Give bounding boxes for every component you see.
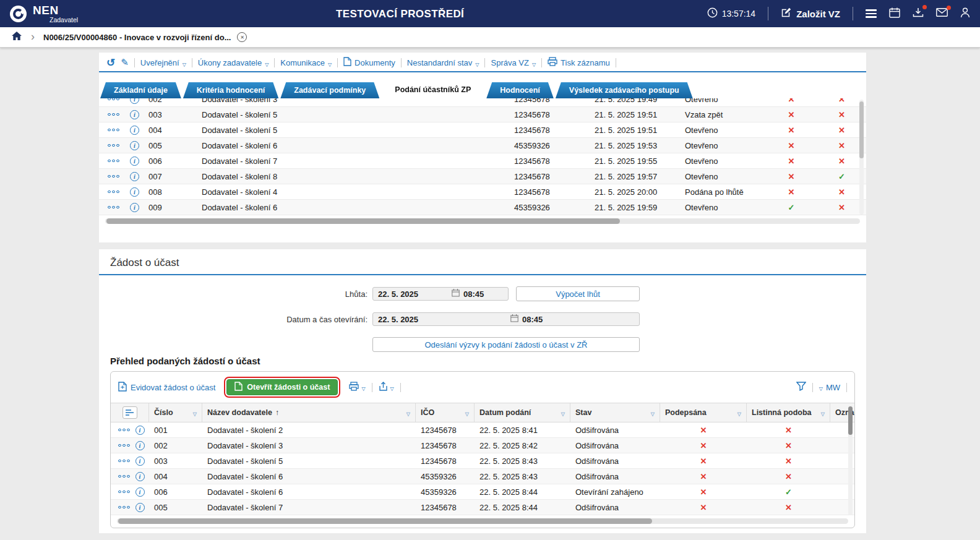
tab[interactable]: Zadávací podmínky [280, 82, 379, 98]
row-actions-icon[interactable] [108, 129, 130, 132]
header-podepsana[interactable]: Podepsána [660, 403, 747, 422]
oteviranie-time-value[interactable]: 08:45 [522, 315, 543, 324]
submissions-table-row[interactable]: 004 Dodavatel - školení 5 12345678 21. 5… [99, 122, 866, 138]
send-vyzva-button[interactable]: Odeslání výzvy k podání žádosti o účast … [372, 337, 640, 352]
info-icon[interactable] [135, 456, 145, 466]
row-actions-icon[interactable] [118, 475, 130, 478]
history-icon[interactable] [106, 56, 115, 69]
header-datum[interactable]: Datum podání [475, 403, 570, 422]
row-actions-icon[interactable] [108, 206, 130, 209]
filter-caret-icon[interactable] [821, 408, 825, 418]
lhuta-datetime-field[interactable]: 22. 5. 2025 08:45 [372, 287, 509, 301]
oteviranie-date-value[interactable]: 22. 5. 2025 [373, 315, 418, 324]
toolbar-menu-item[interactable]: Uveřejnění [140, 58, 186, 68]
lhuta-time-value[interactable]: 08:45 [463, 289, 484, 299]
requests-table-row[interactable]: 001 Dodavatel - školení 2 12345678 22. 5… [111, 422, 854, 438]
print-button[interactable] [349, 382, 365, 393]
row-actions-icon[interactable] [118, 491, 130, 494]
calendar-button[interactable] [889, 7, 900, 20]
toolbar-menu-item[interactable]: Tisk záznamu [548, 57, 610, 68]
lhuta-date-value[interactable]: 22. 5. 2025 [373, 289, 418, 299]
header-stav[interactable]: Stav [570, 403, 660, 422]
oteviranie-datetime-field[interactable]: 22. 5. 2025 08:45 [372, 312, 640, 326]
export-button[interactable] [379, 382, 394, 393]
messages-button[interactable] [936, 8, 948, 19]
vertical-scrollbar[interactable] [848, 405, 853, 515]
info-icon[interactable] [135, 487, 145, 497]
tab[interactable]: Výsledek zadávacího postupu [556, 82, 693, 98]
info-icon[interactable] [135, 426, 145, 435]
row-actions-icon[interactable] [118, 429, 130, 432]
requests-table-row[interactable]: 004 Dodavatel - školení 6 45359326 22. 5… [111, 469, 854, 484]
row-actions-icon[interactable] [108, 160, 130, 163]
toolbar-menu-item[interactable]: Dokumenty [343, 57, 395, 68]
scrollbar-thumb[interactable] [118, 518, 652, 524]
menu-button[interactable] [866, 7, 877, 20]
info-icon[interactable] [135, 503, 145, 512]
header-nazev[interactable]: Název dodavatele [202, 403, 416, 422]
nen-logo-icon[interactable] [10, 6, 27, 22]
header-listinna[interactable]: Listinná podoba [747, 403, 830, 422]
info-icon[interactable] [130, 172, 139, 181]
column-settings-icon[interactable] [123, 406, 137, 419]
info-icon[interactable] [135, 441, 145, 450]
toolbar-menu-item[interactable]: Správa VZ [491, 58, 536, 68]
info-icon[interactable] [130, 156, 139, 166]
create-vz-button[interactable]: Založit VZ [781, 7, 840, 20]
info-icon[interactable] [130, 126, 139, 135]
toolbar-menu-item[interactable]: Komunikace [280, 58, 332, 68]
filter-button[interactable] [796, 382, 806, 393]
header-ico[interactable]: IČO [416, 403, 475, 422]
filter-caret-icon[interactable] [651, 408, 655, 418]
requests-table-row[interactable]: 006 Dodavatel - školení 6 45359326 22. 5… [111, 484, 854, 500]
info-icon[interactable] [135, 472, 145, 481]
row-actions-icon[interactable] [108, 191, 130, 194]
info-icon[interactable] [130, 203, 139, 212]
tab[interactable]: Hodnocení [486, 82, 554, 98]
filter-caret-icon[interactable] [406, 408, 410, 418]
submissions-table-row[interactable]: 009 Dodavatel - školení 6 45359326 21. 5… [99, 200, 866, 215]
view-selector[interactable]: MW [819, 383, 840, 392]
filter-caret-icon[interactable] [465, 408, 469, 418]
tab[interactable]: Kritéria hodnocení [183, 82, 278, 98]
toolbar-menu-item[interactable]: Úkony zadavatele [198, 58, 269, 68]
downloads-button[interactable] [913, 7, 924, 20]
home-icon[interactable] [11, 31, 22, 43]
row-actions-icon[interactable] [108, 98, 130, 100]
tab[interactable]: Základní údaje [100, 82, 181, 98]
info-icon[interactable] [130, 187, 139, 197]
close-record-icon[interactable] [237, 32, 247, 42]
info-icon[interactable] [130, 110, 139, 119]
submissions-table-row[interactable]: 003 Dodavatel - školení 5 12345678 21. 5… [99, 107, 866, 122]
submissions-table-row[interactable]: 007 Dodavatel - školení 8 12345678 21. 5… [99, 169, 866, 184]
toolbar-menu-item[interactable]: Nestandardní stav [407, 58, 479, 68]
filter-caret-icon[interactable] [561, 408, 565, 418]
profile-button[interactable] [960, 7, 970, 20]
vypocet-lhut-button[interactable]: Výpočet lhůt [516, 286, 640, 301]
calendar-small-icon[interactable] [452, 289, 460, 299]
evidovat-link[interactable]: Evidovat žádost o účast [118, 382, 215, 393]
breadcrumb-record[interactable]: N006/25/V00004860 - Inovace v rozvoji ří… [43, 33, 231, 42]
submissions-table-row[interactable]: 006 Dodavatel - školení 7 12345678 21. 5… [99, 153, 866, 169]
submissions-table-row[interactable]: 005 Dodavatel - školení 6 45359326 21. 5… [99, 138, 866, 153]
scrollbar-thumb[interactable] [106, 218, 620, 224]
header-cislo[interactable]: Číslo [149, 403, 202, 422]
scrollbar-thumb[interactable] [859, 101, 864, 158]
filter-caret-icon[interactable] [737, 408, 741, 418]
requests-table-row[interactable]: 003 Dodavatel - školení 5 12345678 22. 5… [111, 453, 854, 469]
row-actions-icon[interactable] [108, 113, 130, 116]
scrollbar-thumb[interactable] [848, 406, 853, 435]
info-icon[interactable] [130, 98, 139, 104]
otevrit-zadosti-button[interactable]: Otevřít žádosti o účast [226, 379, 338, 395]
row-actions-icon[interactable] [108, 175, 130, 178]
submissions-table-row[interactable]: 002 Dodavatel - školení 3 12345678 21. 5… [99, 98, 866, 107]
row-actions-icon[interactable] [118, 444, 130, 447]
submissions-table-row[interactable]: 008 Dodavatel - školení 4 12345678 21. 5… [99, 184, 866, 200]
requests-table-row[interactable]: 005 Dodavatel - školení 7 12345678 22. 5… [111, 500, 854, 515]
filter-caret-icon[interactable] [193, 408, 197, 418]
info-icon[interactable] [130, 141, 139, 150]
vertical-scrollbar[interactable] [859, 100, 864, 215]
horizontal-scrollbar[interactable] [105, 218, 860, 224]
horizontal-scrollbar[interactable] [117, 518, 848, 524]
calendar-small-icon[interactable] [510, 314, 518, 324]
